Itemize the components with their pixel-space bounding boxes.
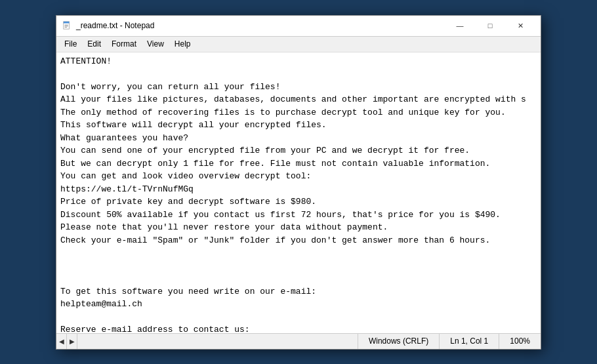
menu-format[interactable]: Format	[106, 38, 142, 50]
close-button[interactable]: ✕	[505, 15, 535, 36]
notepad-window: _readme.txt - Notepad — □ ✕ File Edit Fo…	[56, 15, 541, 350]
scroll-right-button[interactable]: ▶	[67, 333, 77, 349]
status-bar: ◀ ▶ Windows (CRLF) Ln 1, Col 1 100%	[56, 333, 541, 349]
menu-view[interactable]: View	[142, 38, 169, 50]
title-bar: _readme.txt - Notepad — □ ✕	[56, 16, 541, 37]
scroll-left-button[interactable]: ◀	[56, 333, 67, 349]
app-icon	[62, 20, 72, 31]
text-container: ATTENTION! Don't worry, you can return a…	[56, 52, 541, 333]
line-ending-status[interactable]: Windows (CRLF)	[358, 334, 439, 349]
menu-edit[interactable]: Edit	[82, 38, 106, 50]
svg-rect-1	[64, 22, 70, 24]
menu-help[interactable]: Help	[169, 38, 196, 50]
window-title: _readme.txt - Notepad	[76, 21, 445, 30]
maximize-button[interactable]: □	[475, 15, 505, 36]
text-editor[interactable]: ATTENTION! Don't worry, you can return a…	[56, 52, 541, 333]
menu-bar: File Edit Format View Help	[56, 37, 541, 52]
window-controls: — □ ✕	[445, 15, 535, 36]
menu-file[interactable]: File	[59, 38, 82, 50]
minimize-button[interactable]: —	[445, 15, 475, 36]
position-status[interactable]: Ln 1, Col 1	[439, 334, 499, 349]
zoom-status[interactable]: 100%	[499, 334, 541, 349]
